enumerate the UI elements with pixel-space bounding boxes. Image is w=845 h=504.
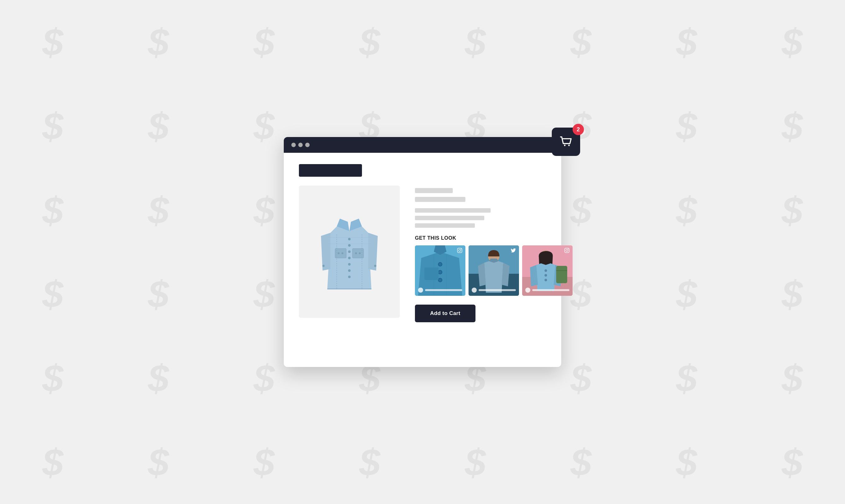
cart-widget[interactable]: 2 — [552, 128, 580, 156]
bg-dollar: $ — [106, 420, 211, 504]
bg-dollar: $ — [739, 252, 845, 336]
bg-dollar: $ — [0, 336, 106, 420]
bg-dollar: $ — [0, 252, 106, 336]
svg-point-16 — [374, 265, 377, 267]
bg-dollar: $ — [634, 84, 739, 168]
svg-point-0 — [564, 145, 566, 146]
look-username-bar-3 — [532, 289, 569, 291]
browser-titlebar — [284, 137, 561, 153]
social-icon-instagram-3 — [564, 248, 569, 254]
desc-line-2 — [415, 216, 484, 220]
bg-dollar: $ — [739, 420, 845, 504]
look-card-inner-1 — [415, 246, 465, 296]
bg-dollar: $ — [422, 420, 528, 504]
bg-dollar: $ — [634, 336, 739, 420]
bg-dollar: $ — [739, 168, 845, 252]
bg-dollar: $ — [106, 84, 211, 168]
svg-point-11 — [338, 252, 340, 254]
social-icon-twitter-2 — [511, 248, 516, 254]
cart-box[interactable]: 2 — [552, 128, 580, 156]
browser-window: 2 — [284, 137, 561, 367]
look-card-footer-1 — [418, 288, 462, 293]
bg-dollar: $ — [0, 168, 106, 252]
look-card-inner-2 — [468, 246, 519, 296]
browser-body: GET THIS LOOK — [284, 153, 561, 367]
svg-point-37 — [545, 269, 547, 272]
svg-rect-36 — [556, 266, 567, 283]
browser-dot-2 — [298, 143, 303, 147]
svg-point-38 — [545, 274, 547, 276]
look-avatar-1 — [418, 288, 423, 293]
svg-point-12 — [342, 252, 343, 254]
svg-point-4 — [348, 238, 351, 240]
product-subtitle-placeholder — [415, 197, 465, 202]
svg-point-15 — [323, 265, 325, 267]
bg-dollar: $ — [528, 0, 634, 84]
bg-dollar: $ — [634, 252, 739, 336]
desc-line-1 — [415, 208, 490, 213]
look-card-3[interactable] — [522, 246, 573, 296]
bg-dollar: $ — [106, 168, 211, 252]
browser-dot-1 — [291, 143, 296, 147]
look-card-1[interactable] — [415, 246, 465, 296]
bg-dollar: $ — [739, 84, 845, 168]
svg-point-24 — [438, 270, 442, 274]
svg-rect-26 — [425, 267, 438, 280]
bg-dollar: $ — [0, 0, 106, 84]
look-username-bar-2 — [479, 289, 516, 291]
look-card-inner-3 — [522, 246, 573, 296]
bg-dollar: $ — [634, 420, 739, 504]
svg-point-1 — [568, 145, 570, 146]
svg-point-14 — [359, 252, 361, 254]
svg-point-7 — [348, 257, 351, 259]
svg-point-8 — [348, 263, 351, 266]
bg-dollar: $ — [422, 0, 528, 84]
bg-dollar: $ — [211, 0, 317, 84]
svg-point-5 — [348, 244, 351, 247]
cart-icon — [559, 134, 573, 149]
svg-point-10 — [348, 276, 351, 278]
svg-point-25 — [438, 278, 442, 282]
bg-dollar: $ — [634, 168, 739, 252]
bg-dollar: $ — [528, 420, 634, 504]
product-title-placeholder — [415, 188, 453, 193]
svg-point-23 — [438, 263, 442, 266]
product-image-wrapper — [299, 185, 400, 318]
look-username-bar-1 — [425, 289, 462, 291]
get-this-look-label: GET THIS LOOK — [415, 235, 573, 241]
look-card-footer-2 — [472, 288, 516, 293]
look-avatar-2 — [472, 288, 477, 293]
add-to-cart-button[interactable]: Add to Cart — [415, 305, 476, 322]
cart-count-badge: 2 — [573, 124, 584, 135]
bg-dollar: $ — [0, 84, 106, 168]
bg-dollar: $ — [317, 420, 422, 504]
svg-point-13 — [355, 252, 357, 254]
bg-dollar: $ — [106, 0, 211, 84]
desc-line-3 — [415, 223, 475, 228]
svg-point-9 — [348, 269, 351, 272]
product-details: GET THIS LOOK — [415, 185, 573, 322]
look-card-footer-3 — [525, 288, 569, 293]
bg-dollar: $ — [106, 336, 211, 420]
bg-dollar: $ — [739, 336, 845, 420]
bg-dollar: $ — [739, 0, 845, 84]
product-description — [415, 208, 573, 228]
look-card-2[interactable] — [468, 246, 519, 296]
svg-point-39 — [545, 279, 547, 281]
look-avatar-3 — [525, 288, 530, 293]
svg-point-6 — [348, 250, 351, 253]
header-bar — [299, 164, 362, 177]
product-layout: GET THIS LOOK — [299, 185, 546, 322]
bg-dollar: $ — [634, 0, 739, 84]
bg-dollar: $ — [317, 0, 422, 84]
bg-dollar: $ — [0, 420, 106, 504]
social-icon-instagram-1 — [457, 248, 462, 254]
browser-dot-3 — [305, 143, 310, 147]
bg-dollar: $ — [211, 420, 317, 504]
bg-dollar: $ — [106, 252, 211, 336]
look-grid — [415, 246, 573, 296]
product-image — [318, 208, 381, 296]
